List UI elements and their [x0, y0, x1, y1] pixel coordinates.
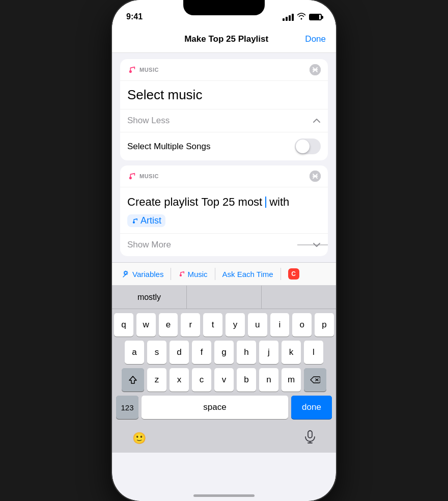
autocomplete-item-3[interactable]	[262, 286, 336, 309]
key-x[interactable]: x	[170, 368, 189, 392]
signal-bars-icon	[283, 14, 294, 21]
chevron-up-icon	[313, 117, 321, 125]
magic-wand-icon	[122, 270, 130, 278]
var-divider-2	[215, 268, 215, 280]
delete-icon	[310, 376, 320, 384]
create-playlist-card: MUSIC Create playlist Top 25 most	[120, 165, 328, 256]
variables-label: Variables	[132, 270, 163, 279]
space-label: space	[203, 402, 226, 412]
show-more-row[interactable]: Show More	[120, 233, 328, 256]
card2-close-button[interactable]	[310, 171, 321, 182]
microphone-button[interactable]	[304, 430, 316, 447]
svg-point-3	[310, 171, 321, 182]
status-icons	[283, 13, 322, 21]
toggle-row: Select Multiple Songs	[120, 132, 328, 160]
show-less-row[interactable]: Show Less	[120, 109, 328, 132]
card1-header: MUSIC	[120, 59, 328, 81]
key-o[interactable]: o	[292, 313, 312, 337]
key-b[interactable]: b	[237, 368, 256, 392]
emoji-button[interactable]: 🙂	[132, 432, 146, 445]
key-f[interactable]: f	[192, 341, 211, 364]
svg-point-0	[310, 64, 321, 75]
artist-pill[interactable]: Artist	[127, 214, 165, 227]
key-r[interactable]: r	[181, 313, 200, 337]
keyboard-row-1: q w e r t y u i o p	[114, 313, 334, 337]
nav-title: Make Top 25 Playlist	[148, 34, 305, 44]
create-text-2[interactable]: Top 25 most	[201, 193, 262, 210]
microphone-icon	[304, 430, 316, 443]
multiple-songs-toggle[interactable]	[295, 138, 321, 154]
key-d[interactable]: d	[170, 341, 189, 364]
key-y[interactable]: y	[226, 313, 245, 337]
keyboard-bottom-row: 123 space done	[114, 396, 334, 419]
card1-close-button[interactable]	[310, 64, 321, 75]
ask-each-time-label: Ask Each Time	[222, 270, 273, 279]
key-p[interactable]: p	[315, 313, 334, 337]
key-m[interactable]: m	[282, 368, 301, 392]
card2-header: MUSIC	[120, 165, 328, 187]
autocomplete-item-2[interactable]	[187, 286, 262, 309]
music-var-icon	[178, 270, 185, 277]
autocomplete-item-1[interactable]: mostly	[112, 286, 187, 309]
content-area: MUSIC Select music Show Less	[112, 53, 336, 262]
key-g[interactable]: g	[214, 341, 234, 364]
select-music-card: MUSIC Select music Show Less	[120, 59, 328, 160]
key-i[interactable]: i	[270, 313, 290, 337]
key-s[interactable]: s	[147, 341, 166, 364]
keyboard-done-key[interactable]: done	[291, 396, 332, 419]
var-divider-3	[281, 268, 281, 280]
key-n[interactable]: n	[259, 368, 278, 392]
create-playlist-body: Create playlist Top 25 most with Artist	[120, 187, 328, 233]
key-e[interactable]: e	[159, 313, 178, 337]
toggle-label: Select Multiple Songs	[127, 142, 210, 152]
key-u[interactable]: u	[248, 313, 267, 337]
music-var-item[interactable]: Music	[173, 267, 212, 282]
battery-icon	[309, 14, 322, 20]
connector-line	[297, 245, 328, 245]
key-h[interactable]: h	[237, 341, 256, 364]
key-z[interactable]: z	[147, 368, 166, 392]
shift-key[interactable]	[122, 368, 144, 392]
extra-var-item[interactable]: C	[283, 265, 304, 283]
key-c[interactable]: c	[192, 368, 211, 392]
close-icon-2	[310, 171, 321, 182]
done-button[interactable]: Done	[305, 34, 326, 44]
key-v[interactable]: v	[214, 368, 234, 392]
key-k[interactable]: k	[282, 341, 301, 364]
shift-icon	[128, 375, 137, 384]
create-text-1: Create playlist	[127, 193, 198, 210]
artist-pill-text: Artist	[141, 215, 161, 226]
key-w[interactable]: w	[136, 313, 156, 337]
key-t[interactable]: t	[203, 313, 222, 337]
key-l[interactable]: l	[304, 341, 323, 364]
notch	[183, 0, 265, 15]
keyboard-done-label: done	[302, 402, 321, 412]
music-note-icon-2	[127, 172, 136, 181]
delete-key[interactable]	[304, 368, 326, 392]
keyboard: q w e r t y u i o p a s d f g h j k	[112, 309, 336, 424]
show-less-label: Show Less	[127, 116, 170, 126]
card1-body: Select music	[120, 81, 328, 109]
pill-music-icon	[131, 217, 138, 225]
pill-row: Artist	[127, 214, 321, 227]
toggle-knob	[296, 140, 310, 153]
key-q[interactable]: q	[114, 313, 133, 337]
key-j[interactable]: j	[259, 341, 278, 364]
music-note-icon	[127, 65, 136, 74]
keyboard-row-2: a s d f g h j k l	[114, 341, 334, 364]
key-a[interactable]: a	[125, 341, 144, 364]
var-divider-1	[171, 268, 171, 280]
ask-each-time-item[interactable]: Ask Each Time	[217, 267, 278, 282]
numbers-key[interactable]: 123	[116, 396, 138, 419]
card1-label-row: MUSIC	[127, 65, 159, 74]
bottom-bar: 🙂	[112, 424, 336, 453]
numbers-label: 123	[121, 403, 133, 412]
variables-item[interactable]: Variables	[117, 267, 169, 282]
ask-each-icon: C	[291, 270, 296, 277]
show-more-label: Show More	[127, 240, 171, 250]
battery-fill	[310, 15, 319, 19]
home-indicator	[193, 494, 255, 497]
phone-screen: 9:41	[112, 0, 336, 501]
svg-rect-8	[308, 431, 312, 438]
space-key[interactable]: space	[142, 396, 288, 419]
